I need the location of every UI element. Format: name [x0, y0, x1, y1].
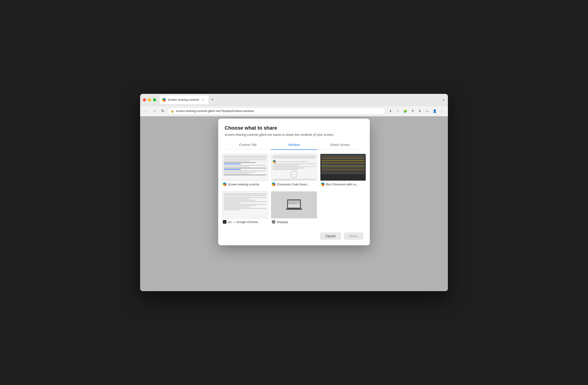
- share-dialog: Choose what to share screen-sharing-cont…: [218, 119, 370, 245]
- lab-icon[interactable]: ⚗: [409, 108, 416, 114]
- refresh-button[interactable]: ↻: [159, 108, 166, 114]
- url-text: screen-sharing-controls.glitch.me/?displ…: [176, 109, 382, 113]
- window-thumbnail-5: [271, 191, 317, 219]
- traffic-lights: [143, 98, 156, 101]
- tab-favicon-icon: [162, 98, 166, 102]
- bookmark-button[interactable]: ☆: [395, 108, 401, 114]
- window-thumbnail-4: [222, 191, 268, 219]
- window-thumbnail-2: [271, 154, 317, 181]
- tab-close-button[interactable]: ✕: [201, 98, 205, 102]
- window-item-2[interactable]: Chromium Code Searc...: [271, 154, 317, 188]
- tab-strip-chevron-icon[interactable]: ▾: [442, 97, 445, 102]
- modal-header: Choose what to share screen-sharing-cont…: [218, 119, 370, 140]
- window-item-3[interactable]: Run Chromium with co...: [320, 154, 366, 188]
- split-screen-button[interactable]: ▭: [424, 108, 430, 114]
- window-item-1[interactable]: Screen sharing controls: [222, 154, 268, 188]
- window-name-1: Screen sharing controls: [228, 183, 259, 186]
- window-item-4[interactable]: src — Google Chrome...: [222, 191, 268, 225]
- tab-entire-screen[interactable]: Entire Screen: [317, 140, 363, 150]
- share-tabs: Chrome Tab Window Entire Screen: [225, 140, 363, 150]
- window-icon-5: [272, 220, 275, 224]
- window-thumbnail-1: [222, 154, 268, 181]
- close-button[interactable]: [143, 98, 146, 101]
- cancel-button[interactable]: Cancel: [320, 232, 341, 240]
- window-icon-4: [223, 220, 227, 224]
- back-button[interactable]: ←: [143, 108, 149, 114]
- window-name-4: src — Google Chrome...: [228, 220, 260, 224]
- window-name-2: Chromium Code Searc...: [277, 183, 310, 186]
- modal-title: Choose what to share: [225, 125, 363, 131]
- window-icon-1: [223, 182, 227, 186]
- forward-button[interactable]: →: [151, 108, 158, 114]
- active-tab[interactable]: Screen sharing controls ✕: [160, 96, 208, 104]
- window-name-3: Run Chromium with co...: [326, 183, 358, 186]
- share-page-button[interactable]: ⬆: [387, 108, 394, 114]
- window-grid-top: Screen sharing controls: [218, 150, 370, 191]
- modal-footer: Cancel Share: [218, 229, 370, 245]
- tab-bar: Screen sharing controls ✕ + ▾: [160, 96, 445, 104]
- address-bar[interactable]: 🔒 screen-sharing-controls.glitch.me/?dis…: [168, 107, 385, 115]
- navigation-bar: ← → ↻ 🔒 screen-sharing-controls.glitch.m…: [140, 106, 448, 116]
- profile-button[interactable]: 👤: [431, 108, 438, 114]
- tab-chrome-tab[interactable]: Chrome Tab: [225, 140, 271, 150]
- new-tab-button[interactable]: +: [209, 96, 216, 103]
- browser-window: Screen sharing controls ✕ + ▾ ← → ↻ 🔒 sc…: [140, 94, 448, 291]
- title-bar: Screen sharing controls ✕ + ▾: [140, 94, 448, 106]
- minimize-button[interactable]: [148, 98, 151, 101]
- window-item-5[interactable]: Displays: [271, 191, 317, 225]
- download-button[interactable]: ⬇: [417, 108, 423, 114]
- modal-subtitle: screen-sharing-controls.glitch.me wants …: [225, 133, 363, 136]
- window-name-5: Displays: [277, 220, 288, 224]
- modal-overlay: Choose what to share screen-sharing-cont…: [140, 116, 448, 291]
- main-content: Choose what to share screen-sharing-cont…: [140, 116, 448, 291]
- tab-title: Screen sharing controls: [168, 98, 199, 101]
- empty-slot: [320, 191, 366, 225]
- nav-actions: ⬆ ☆ 🧩 ⚗ ⬇ ▭ 👤 ⋮: [387, 108, 445, 114]
- lock-icon: 🔒: [171, 109, 174, 113]
- window-grid-bottom: src — Google Chrome...: [218, 191, 370, 229]
- menu-button[interactable]: ⋮: [439, 108, 445, 114]
- share-button[interactable]: Share: [344, 232, 363, 240]
- maximize-button[interactable]: [153, 98, 156, 101]
- window-icon-2: [272, 182, 275, 186]
- extensions-button[interactable]: 🧩: [402, 108, 408, 114]
- window-icon-3: [321, 182, 325, 186]
- window-thumbnail-3: [320, 154, 366, 181]
- tab-window[interactable]: Window: [271, 140, 317, 150]
